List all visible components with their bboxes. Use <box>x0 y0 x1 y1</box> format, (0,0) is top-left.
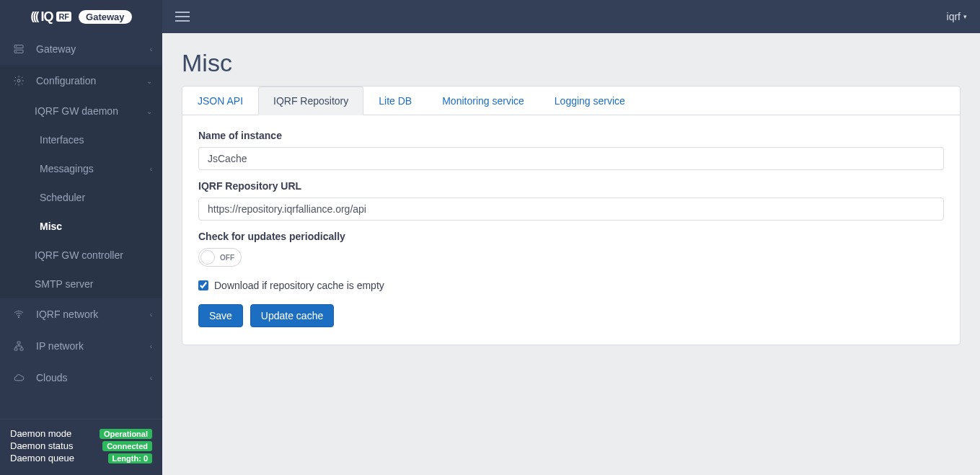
download-empty-checkbox[interactable] <box>198 280 208 290</box>
chevron-down-icon: ⌄ <box>146 77 152 85</box>
status-badge: Length: 0 <box>108 453 153 463</box>
svg-point-5 <box>18 316 19 317</box>
chevron-left-icon: ‹ <box>150 311 152 319</box>
brand-rf-text: RF <box>56 12 71 22</box>
sidebar-item-ip-network[interactable]: IP network ‹ <box>0 330 162 362</box>
sidebar-item-iqrf-gw-controller[interactable]: IQRF GW controller <box>0 241 162 270</box>
sidebar-item-messagings[interactable]: Messagings ‹ <box>0 154 162 183</box>
sidebar-item-misc[interactable]: Misc <box>0 212 162 241</box>
card-body: Name of instance IQRF Repository URL Che… <box>182 115 960 345</box>
instance-name-input[interactable] <box>198 147 944 170</box>
repo-url-label: IQRF Repository URL <box>198 180 944 192</box>
periodic-check-toggle[interactable]: OFF <box>198 248 242 267</box>
tab-json-api[interactable]: JSON API <box>182 86 258 115</box>
footer-row-daemon-mode: Daemon mode Operational <box>10 428 152 439</box>
svg-point-3 <box>16 51 17 52</box>
caret-down-icon: ▾ <box>963 13 967 20</box>
topbar: iqrf ▾ <box>162 0 980 33</box>
chevron-left-icon: ‹ <box>150 165 152 173</box>
sidebar-item-configuration[interactable]: Configuration ⌄ <box>0 65 162 97</box>
download-empty-label: Download if repository cache is empty <box>214 280 384 291</box>
chevron-left-icon: ‹ <box>150 45 152 53</box>
sidebar-item-iqrf-network[interactable]: IQRF network ‹ <box>0 298 162 330</box>
tab-monitoring-service[interactable]: Monitoring service <box>427 86 539 115</box>
tab-lite-db[interactable]: Lite DB <box>363 86 427 115</box>
sidebar-item-label: Misc <box>40 221 151 232</box>
chevron-left-icon: ‹ <box>150 374 152 382</box>
footer-label: Daemon mode <box>10 428 71 439</box>
svg-rect-0 <box>14 45 23 48</box>
form-group-periodic-check: Check for updates periodically OFF <box>198 231 944 267</box>
periodic-check-label: Check for updates periodically <box>198 231 944 242</box>
content: Misc JSON API IQRF Repository Lite DB Mo… <box>162 33 980 361</box>
sidebar-item-label: Gateway <box>36 43 151 55</box>
footer-label: Daemon queue <box>10 453 74 463</box>
tab-iqrf-repository[interactable]: IQRF Repository <box>258 86 363 115</box>
brand[interactable]: ((( IQ RF Gateway <box>0 0 162 33</box>
sidebar-item-label: SMTP server <box>35 278 151 290</box>
svg-rect-1 <box>14 50 23 53</box>
user-menu[interactable]: iqrf ▾ <box>947 11 967 22</box>
chevron-left-icon: ‹ <box>150 342 152 350</box>
sidebar-item-clouds[interactable]: Clouds ‹ <box>0 362 162 394</box>
tabs: JSON API IQRF Repository Lite DB Monitor… <box>182 86 960 115</box>
user-name: iqrf <box>947 11 961 22</box>
svg-point-2 <box>16 46 17 47</box>
sidebar-item-label: IQRF network <box>36 308 151 320</box>
sidebar-item-gateway[interactable]: Gateway ‹ <box>0 33 162 65</box>
download-empty-row: Download if repository cache is empty <box>198 280 944 291</box>
page-title: Misc <box>182 49 961 77</box>
hamburger-menu-button[interactable] <box>175 12 190 22</box>
toggle-knob <box>200 250 215 265</box>
tab-logging-service[interactable]: Logging service <box>539 86 640 115</box>
sidebar-item-label: IP network <box>36 340 151 352</box>
svg-rect-8 <box>20 348 23 350</box>
button-row: Save Update cache <box>198 304 944 327</box>
form-group-instance-name: Name of instance <box>198 130 944 170</box>
sidebar-item-label: IQRF GW daemon <box>35 105 151 117</box>
sidebar-item-label: Messagings <box>40 163 151 174</box>
sidebar: ((( IQ RF Gateway Gateway ‹ Configuratio… <box>0 0 162 475</box>
card: JSON API IQRF Repository Lite DB Monitor… <box>182 86 961 345</box>
svg-rect-6 <box>17 342 20 344</box>
status-badge: Connected <box>102 441 152 451</box>
sidebar-item-label: Configuration <box>36 75 151 86</box>
gear-icon <box>12 74 26 88</box>
wifi-icon <box>12 307 26 321</box>
save-button[interactable]: Save <box>198 304 243 327</box>
footer-row-daemon-status: Daemon status Connected <box>10 440 152 451</box>
sidebar-nav: Gateway ‹ Configuration ⌄ IQRF GW daemon… <box>0 33 162 419</box>
instance-name-label: Name of instance <box>198 130 944 141</box>
sidebar-item-label: IQRF GW controller <box>35 249 151 261</box>
sidebar-item-interfaces[interactable]: Interfaces <box>0 125 162 154</box>
update-cache-button[interactable]: Update cache <box>250 304 334 327</box>
status-badge: Operational <box>100 429 152 439</box>
form-group-repo-url: IQRF Repository URL <box>198 180 944 221</box>
sidebar-item-smtp-server[interactable]: SMTP server <box>0 270 162 298</box>
sidebar-item-iqrf-gw-daemon[interactable]: IQRF GW daemon ⌄ <box>0 97 162 125</box>
chevron-down-icon: ⌄ <box>146 107 152 115</box>
brand-wave-icon: ((( <box>30 10 37 23</box>
repo-url-input[interactable] <box>198 197 944 221</box>
sidebar-item-label: Scheduler <box>40 192 151 203</box>
footer-label: Daemon status <box>10 440 73 451</box>
sidebar-item-label: Interfaces <box>40 134 151 146</box>
sidebar-item-label: Clouds <box>36 372 151 383</box>
main: iqrf ▾ Misc JSON API IQRF Repository Lit… <box>162 0 980 475</box>
server-icon <box>12 42 26 56</box>
svg-rect-7 <box>14 348 17 350</box>
network-icon <box>12 339 26 353</box>
brand-product: Gateway <box>79 10 131 24</box>
toggle-state-text: OFF <box>220 254 234 262</box>
svg-point-4 <box>17 79 20 82</box>
sidebar-item-scheduler[interactable]: Scheduler <box>0 183 162 212</box>
sidebar-footer: Daemon mode Operational Daemon status Co… <box>0 419 162 475</box>
footer-row-daemon-queue: Daemon queue Length: 0 <box>10 453 152 463</box>
brand-iq-text: IQ <box>40 9 53 25</box>
cloud-icon <box>12 370 26 385</box>
